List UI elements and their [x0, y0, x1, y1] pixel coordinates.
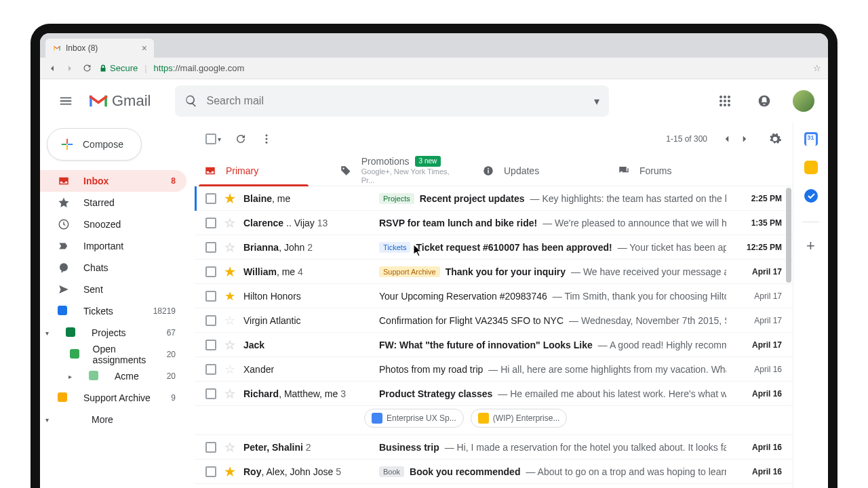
- star-icon[interactable]: ☆: [224, 313, 235, 328]
- sidebar-item-chats[interactable]: Chats: [40, 257, 186, 279]
- sidebar-item-projects[interactable]: ▾Projects67: [40, 322, 186, 344]
- mail-row[interactable]: ☆JackFW: What "the future of innovation"…: [195, 333, 793, 357]
- secure-indicator: Secure: [99, 63, 138, 73]
- row-checkbox[interactable]: [205, 315, 216, 326]
- mail-row[interactable]: ☆Virgin AtlanticConfirmation for Flight …: [195, 308, 793, 333]
- sidebar-item-sent[interactable]: Sent: [40, 279, 186, 300]
- browser-tab[interactable]: Inbox (8) ×: [45, 39, 154, 58]
- row-checkbox[interactable]: [205, 266, 216, 277]
- mail-row[interactable]: ★Blaine, meProjectsRecent project update…: [195, 186, 793, 211]
- row-checkbox[interactable]: [205, 242, 216, 253]
- star-icon[interactable]: ☆: [224, 440, 235, 455]
- tab-forums[interactable]: Forums: [608, 155, 744, 186]
- inbox-icon: [204, 165, 216, 177]
- star-icon[interactable]: ★: [224, 464, 235, 479]
- tasks-icon[interactable]: [804, 189, 818, 203]
- chevron-down-icon[interactable]: ▾: [218, 136, 221, 143]
- sidebar-item-inbox[interactable]: Inbox8: [40, 170, 186, 192]
- more-icon[interactable]: [260, 133, 273, 145]
- gmail-logo-icon: [89, 94, 108, 108]
- next-page-icon[interactable]: [738, 133, 751, 145]
- row-checkbox[interactable]: [205, 364, 216, 375]
- compose-button[interactable]: Compose: [47, 128, 142, 161]
- search-box[interactable]: ▾: [175, 85, 609, 117]
- mail-list[interactable]: ★Blaine, meProjectsRecent project update…: [195, 186, 793, 488]
- mail-row[interactable]: ☆XanderPhotos from my road tripHi all, h…: [195, 357, 793, 382]
- tab-promotions[interactable]: Promotions3 new Google+, New York Times,…: [330, 155, 473, 186]
- select-all[interactable]: ▾: [205, 134, 221, 144]
- keep-icon[interactable]: [804, 161, 818, 174]
- sidebar-item-important[interactable]: Important: [40, 235, 186, 257]
- star-icon[interactable]: ☆: [224, 362, 235, 377]
- attachment-chip[interactable]: (WIP) Enterprise...: [471, 409, 568, 428]
- timestamp: April 17: [734, 316, 782, 325]
- star-icon[interactable]: ☆: [224, 240, 235, 255]
- gmail-logo[interactable]: Gmail: [89, 92, 151, 110]
- row-checkbox[interactable]: [205, 442, 216, 453]
- star-icon[interactable]: ★: [224, 289, 235, 304]
- mail-row[interactable]: ★Hilton HonorsYour Upcoming Reservation …: [195, 284, 793, 308]
- tab-updates[interactable]: Updates: [473, 155, 608, 186]
- lock-icon: [99, 64, 107, 73]
- refresh-icon[interactable]: [235, 133, 247, 145]
- sidebar-item-tickets[interactable]: Tickets18219: [40, 300, 186, 322]
- product-name: Gmail: [112, 92, 151, 110]
- mail-row[interactable]: ☆Clarence .. Vijay 13RSVP for team lunch…: [195, 211, 793, 235]
- apps-icon[interactable]: [711, 87, 738, 115]
- timestamp: April 16: [734, 443, 782, 452]
- row-checkbox[interactable]: [205, 218, 216, 228]
- sender: Richard, Matthew, me 3: [243, 388, 371, 399]
- sidebar-item-more[interactable]: ▾More: [40, 409, 186, 430]
- forward-icon[interactable]: [64, 63, 75, 74]
- account-avatar[interactable]: [790, 87, 817, 115]
- star-icon[interactable]: ★: [224, 191, 235, 206]
- star-icon[interactable]: ★: [224, 264, 235, 279]
- mail-row[interactable]: ☆Richard, Matthew, me 3Product Strategy …: [195, 382, 793, 406]
- timestamp: April 17: [734, 340, 782, 350]
- menu-icon[interactable]: [51, 86, 81, 116]
- reload-icon[interactable]: [82, 63, 92, 73]
- bookmark-star-icon[interactable]: ☆: [813, 63, 821, 73]
- subject-cell: Product Strategy classesHe emailed me ab…: [379, 388, 726, 399]
- calendar-icon[interactable]: 31: [804, 132, 818, 146]
- svg-point-2: [719, 96, 722, 98]
- star-icon[interactable]: ☆: [224, 386, 235, 401]
- sidebar-item-snoozed[interactable]: Snoozed: [40, 214, 186, 235]
- settings-icon[interactable]: [768, 132, 782, 146]
- sidebar-item-open-assignments[interactable]: Open assignments20: [40, 344, 186, 365]
- mail-row[interactable]: ★William, me 4Support ArchiveThank you f…: [195, 260, 793, 284]
- add-addon-icon[interactable]: +: [806, 237, 815, 255]
- search-input[interactable]: [206, 95, 594, 107]
- tab-primary-label: Primary: [226, 165, 258, 176]
- prev-page-icon[interactable]: [721, 133, 733, 145]
- scrollbar-thumb[interactable]: [786, 188, 791, 283]
- notifications-icon[interactable]: [751, 87, 778, 115]
- sidebar-item-acme[interactable]: ▸Acme20: [40, 365, 186, 387]
- subject-cell: TicketsTicket request #610007 has been a…: [379, 242, 726, 253]
- timestamp: April 16: [734, 389, 782, 399]
- sidebar-item-support-archive[interactable]: Support Archive9: [40, 387, 186, 409]
- mail-row[interactable]: ★Roy, Alex, John Jose 5BookBook you reco…: [195, 460, 793, 484]
- subject-cell: Your Upcoming Reservation #20983746Tim S…: [379, 291, 726, 302]
- row-checkbox[interactable]: [205, 466, 216, 477]
- row-checkbox[interactable]: [205, 193, 216, 204]
- tab-updates-label: Updates: [504, 165, 539, 176]
- select-all-checkbox[interactable]: [205, 134, 216, 144]
- mail-row[interactable]: ☆Brianna, John 2TicketsTicket request #6…: [195, 235, 793, 260]
- tab-close-icon[interactable]: ×: [142, 43, 147, 54]
- svg-point-17: [342, 167, 344, 169]
- attachment-chip[interactable]: Enterprise UX Sp...: [364, 409, 464, 428]
- row-checkbox[interactable]: [205, 340, 216, 350]
- row-checkbox[interactable]: [205, 291, 216, 302]
- subject-cell: Confirmation for Flight VA2345 SFO to NY…: [379, 315, 726, 326]
- sidebar-item-starred[interactable]: Starred: [40, 192, 186, 214]
- sender: Xander: [243, 364, 371, 375]
- address-url[interactable]: https://mail.google.com: [154, 63, 245, 73]
- row-checkbox[interactable]: [205, 388, 216, 399]
- tab-primary[interactable]: Primary: [195, 155, 330, 186]
- star-icon[interactable]: ☆: [224, 216, 235, 230]
- search-options-icon[interactable]: ▾: [594, 95, 599, 108]
- star-icon[interactable]: ☆: [224, 338, 235, 352]
- mail-row[interactable]: ☆Peter, Shalini 2Business tripHi, I made…: [195, 435, 793, 460]
- back-icon[interactable]: [47, 63, 58, 74]
